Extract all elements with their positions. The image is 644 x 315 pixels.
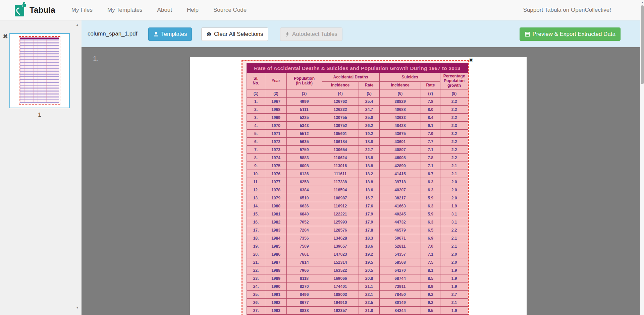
thumbnail-page-number: 1 — [9, 112, 70, 118]
pdf-view-area: 1. Rate of Accidental Deaths & Suicides … — [82, 47, 640, 315]
pdf-filename: column_span_1.pdf — [88, 30, 137, 37]
table-selection-box[interactable]: ✖ — [241, 60, 469, 315]
preview-export-button[interactable]: Preview & Export Extracted Data — [520, 27, 621, 41]
preview-export-label: Preview & Export Extracted Data — [532, 31, 615, 38]
autodetect-tables-button[interactable]: Autodetect Tables — [280, 27, 342, 41]
thumbnail-table-preview — [20, 38, 59, 104]
stamp-icon — [153, 32, 159, 37]
lightning-bolt-icon — [285, 32, 290, 37]
nav-my-templates[interactable]: My Templates — [107, 7, 143, 13]
nav-about[interactable]: About — [157, 7, 172, 13]
selection-close-icon[interactable]: ✖ — [469, 57, 473, 63]
sidebar-scroll-down-icon[interactable]: ▼ — [76, 306, 79, 309]
circled-x-icon: ⊗ — [206, 30, 211, 38]
clear-all-selections-button[interactable]: ⊗ Clear All Selections — [201, 27, 268, 41]
page-number-label: 1. — [93, 55, 99, 63]
nav-help[interactable]: Help — [187, 7, 199, 13]
thumbnail-selection — [19, 36, 60, 105]
tabula-logo-icon — [15, 4, 25, 16]
spreadsheet-icon — [525, 32, 530, 37]
window-scrollbar[interactable]: ▲ — [640, 0, 644, 315]
templates-button[interactable]: Templates — [148, 27, 192, 41]
brand[interactable]: Tabula — [15, 4, 55, 16]
sidebar-scroll-up-icon[interactable]: ▲ — [76, 23, 79, 26]
nav-source-code[interactable]: Source Code — [213, 7, 247, 13]
clear-all-selections-label: Clear All Selections — [214, 31, 263, 38]
top-navbar: Tabula My Files My Templates About Help … — [0, 0, 640, 20]
pdf-page[interactable]: Rate of Accidental Deaths & Suicides and… — [190, 57, 527, 315]
thumbnail-sidebar: ✖ ▲ 1 ▼ — [0, 20, 82, 315]
scrollbar-up-icon[interactable]: ▲ — [641, 1, 644, 4]
scrollbar-thumb[interactable] — [641, 5, 644, 84]
support-link[interactable]: Support Tabula on OpenCollective! — [523, 7, 611, 13]
close-file-icon[interactable]: ✖ — [3, 33, 8, 40]
brand-title: Tabula — [30, 5, 55, 15]
autodetect-tables-label: Autodetect Tables — [292, 31, 337, 38]
nav-my-files[interactable]: My Files — [71, 7, 93, 13]
page-thumbnail[interactable] — [9, 33, 70, 108]
toolbar: column_span_1.pdf Templates ⊗ Clear All … — [82, 20, 640, 47]
templates-label: Templates — [161, 31, 187, 38]
nav-links: My Files My Templates About Help Source … — [71, 7, 261, 13]
thumbnail-table-title-bar — [20, 38, 59, 39]
